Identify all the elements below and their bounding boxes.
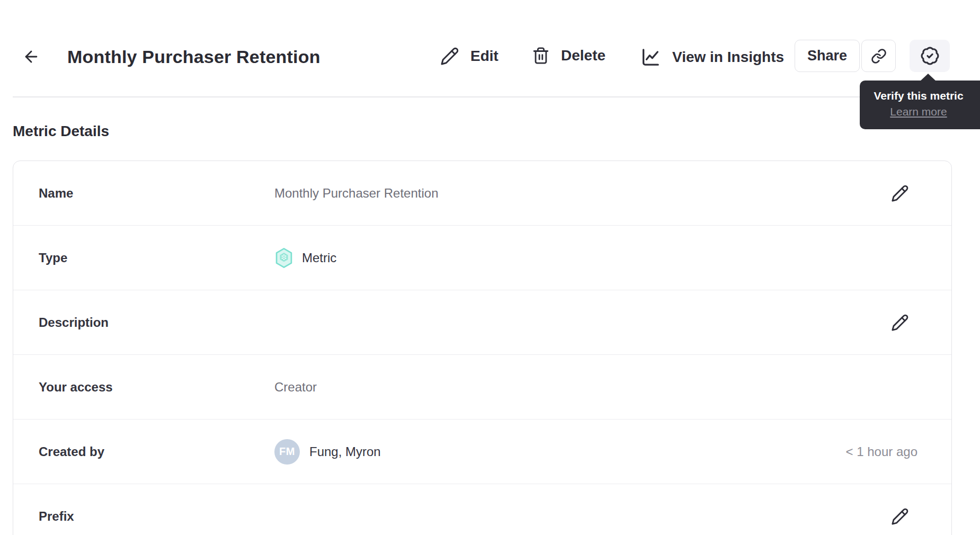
link-icon [871, 48, 887, 64]
detail-row-description: Description [13, 290, 951, 355]
edit-pencil-icon [891, 507, 909, 525]
trash-icon [532, 47, 550, 65]
back-button[interactable] [22, 48, 40, 66]
line-chart-icon [640, 47, 661, 68]
page-title: Monthly Purchaser Retention [67, 47, 320, 67]
view-in-insights-button[interactable]: View in Insights [640, 47, 784, 68]
tooltip-arrow [920, 74, 937, 82]
metric-details-card: Name Monthly Purchaser Retention Type [13, 160, 952, 535]
delete-button[interactable]: Delete [532, 47, 605, 65]
edit-name-button[interactable] [890, 183, 910, 203]
detail-row-created-by: Created by FM Fung, Myron < 1 hour ago [13, 420, 951, 484]
pencil-icon [440, 47, 459, 66]
avatar: FM [274, 439, 300, 465]
edit-pencil-icon [891, 184, 909, 202]
row-label: Type [39, 251, 274, 265]
type-value: Metric [302, 251, 336, 265]
detail-row-your-access: Your access Creator [13, 355, 951, 420]
edit-prefix-button[interactable] [890, 506, 910, 527]
row-label: Your access [39, 380, 274, 395]
verify-tooltip: Verify this metric Learn more [860, 81, 980, 129]
row-label: Created by [39, 444, 274, 459]
share-button-label: Share [807, 48, 847, 64]
delete-button-label: Delete [561, 47, 605, 64]
created-by-value: Fung, Myron [309, 444, 381, 459]
arrow-left-icon [22, 48, 40, 66]
created-timestamp: < 1 hour ago [846, 444, 917, 459]
metric-hexagon-icon [274, 247, 293, 269]
edit-description-button[interactable] [890, 313, 910, 333]
row-label: Prefix [39, 509, 274, 524]
badge-check-icon [920, 46, 940, 66]
your-access-value: Creator [274, 380, 317, 395]
detail-row-type: Type Metric [13, 226, 951, 290]
header-divider [13, 96, 967, 97]
tooltip-title: Verify this metric [860, 90, 977, 102]
section-heading: Metric Details [13, 123, 109, 140]
view-in-insights-label: View in Insights [672, 49, 784, 66]
row-label: Description [39, 315, 274, 330]
detail-row-prefix: Prefix [13, 484, 951, 535]
verify-metric-button[interactable] [910, 40, 950, 72]
edit-pencil-icon [891, 314, 909, 332]
row-label: Name [39, 186, 274, 201]
name-value: Monthly Purchaser Retention [274, 186, 439, 201]
share-button[interactable]: Share [795, 40, 860, 72]
learn-more-link[interactable]: Learn more [890, 105, 947, 118]
copy-link-button[interactable] [861, 40, 896, 72]
edit-button-label: Edit [470, 48, 498, 65]
detail-row-name: Name Monthly Purchaser Retention [13, 161, 951, 226]
edit-button[interactable]: Edit [440, 47, 498, 66]
